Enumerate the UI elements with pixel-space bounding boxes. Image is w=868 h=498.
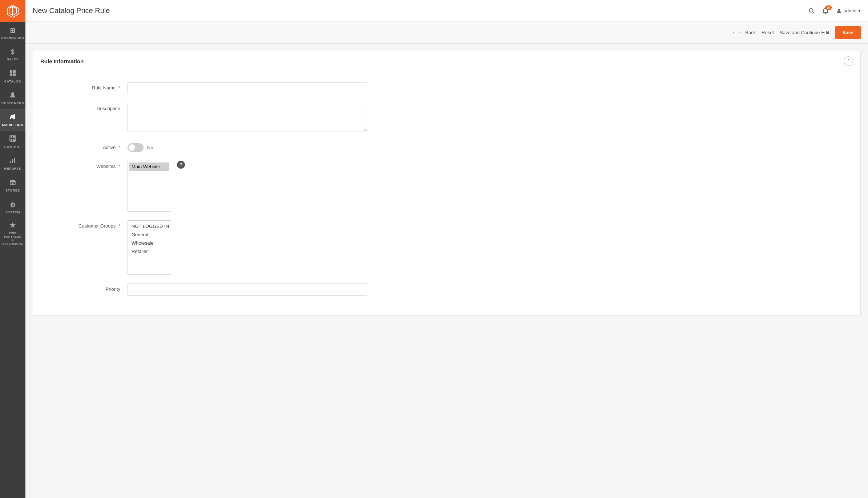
rule-name-input[interactable]: [128, 82, 367, 94]
page-title: New Catalog Price Rule: [33, 7, 808, 15]
customer-groups-select[interactable]: NOT LOGGED IN General Wholesale Retailer: [128, 220, 171, 275]
active-toggle[interactable]: [128, 143, 144, 152]
websites-row: Websites * Main Website ?: [48, 161, 846, 212]
svg-rect-5: [10, 117, 11, 119]
find-partners-icon: [9, 222, 16, 230]
section-toggle-button[interactable]: ⌃: [844, 56, 853, 66]
stores-icon: [9, 179, 16, 187]
priority-label: Priority: [48, 284, 128, 292]
description-row: Description: [48, 103, 846, 133]
logo[interactable]: [0, 0, 25, 22]
websites-option[interactable]: Main Website: [129, 162, 169, 171]
svg-rect-1: [13, 70, 16, 73]
save-button[interactable]: Save: [835, 26, 861, 39]
rule-name-row: Rule Name *: [48, 82, 846, 94]
notifications-button[interactable]: 38: [822, 8, 829, 14]
customer-group-option-retailer[interactable]: Retailer: [129, 247, 169, 256]
svg-rect-0: [10, 70, 12, 73]
sidebar-item-dashboard[interactable]: ⊞ DASHBOARD: [0, 22, 25, 44]
toggle-wrapper: No: [128, 142, 367, 152]
customer-group-option-wholesale[interactable]: Wholesale: [129, 239, 169, 247]
svg-rect-3: [13, 73, 16, 76]
reset-label: Reset: [762, 30, 774, 35]
svg-rect-7: [11, 136, 12, 138]
customer-groups-field: NOT LOGGED IN General Wholesale Retailer: [128, 220, 367, 275]
rule-name-label: Rule Name *: [48, 82, 128, 91]
header-actions: 38 admin ▾: [808, 8, 861, 14]
active-field: No: [128, 142, 367, 152]
required-indicator: *: [118, 85, 120, 91]
active-label: Active *: [48, 142, 128, 150]
sidebar-item-system[interactable]: ⚙ SYSTEM: [0, 196, 25, 218]
toggle-slider: [128, 143, 144, 152]
websites-wrapper: Main Website ?: [128, 161, 367, 212]
rule-name-field: [128, 82, 367, 94]
description-label: Description: [48, 103, 128, 111]
sidebar-item-label: MARKETING: [2, 123, 24, 127]
customer-group-option-general[interactable]: General: [129, 230, 169, 239]
form-body: Rule Name * Description: [33, 71, 860, 315]
svg-rect-13: [14, 158, 15, 163]
content-area: Rule Information ⌃ Rule Name *: [25, 44, 868, 498]
customer-groups-row: Customer Groups * NOT LOGGED IN General …: [48, 220, 846, 275]
reports-icon: [9, 157, 16, 165]
sidebar-item-customers[interactable]: CUSTOMERS: [0, 87, 25, 109]
sidebar-item-label: REPORTS: [4, 167, 21, 171]
customers-icon: [9, 92, 16, 100]
save-continue-button[interactable]: Save and Continue Edit: [780, 30, 829, 35]
websites-field: Main Website ?: [128, 161, 367, 212]
svg-line-17: [812, 12, 814, 13]
svg-point-4: [11, 92, 14, 95]
active-row: Active * No: [48, 142, 846, 152]
sidebar-item-stores[interactable]: STORES: [0, 174, 25, 196]
sidebar-item-find-partners[interactable]: FIND PARTNERS& EXTENSIONS: [0, 218, 25, 248]
admin-menu-button[interactable]: admin ▾: [836, 8, 861, 14]
sidebar-item-catalog[interactable]: CATALOG: [0, 65, 25, 87]
svg-rect-12: [12, 159, 13, 163]
save-continue-label: Save and Continue Edit: [780, 30, 829, 35]
sidebar-item-label: SYSTEM: [5, 210, 20, 214]
dashboard-icon: ⊞: [10, 27, 16, 35]
marketing-icon: [9, 113, 16, 122]
customer-groups-label: Customer Groups *: [48, 220, 128, 229]
svg-rect-10: [13, 139, 15, 141]
sidebar-item-sales[interactable]: $ SALES: [0, 44, 25, 65]
toggle-icon: ⌃: [847, 59, 850, 64]
sidebar-item-reports[interactable]: REPORTS: [0, 153, 25, 174]
svg-rect-2: [10, 73, 12, 76]
back-button[interactable]: ← ← Back: [732, 30, 756, 35]
sidebar: ⊞ DASHBOARD $ SALES CATALOG CUSTOMERS: [0, 0, 25, 498]
save-label: Save: [843, 30, 853, 35]
websites-select[interactable]: Main Website: [128, 161, 171, 212]
svg-rect-9: [11, 139, 12, 141]
sidebar-item-label: SALES: [7, 57, 19, 61]
svg-rect-8: [13, 136, 15, 138]
sidebar-item-label: CATALOG: [4, 80, 21, 84]
required-indicator: *: [118, 164, 120, 169]
sidebar-item-label: FIND PARTNERS& EXTENSIONS: [1, 232, 24, 245]
rule-information-section: Rule Information ⌃ Rule Name *: [33, 51, 861, 316]
svg-rect-11: [10, 161, 11, 163]
sidebar-item-label: CUSTOMERS: [1, 101, 24, 105]
content-icon: [9, 135, 16, 144]
sidebar-item-marketing[interactable]: MARKETING: [0, 109, 25, 131]
chevron-down-icon: ▾: [858, 8, 861, 13]
catalog-icon: [9, 70, 16, 78]
search-button[interactable]: [808, 8, 815, 14]
reset-button[interactable]: Reset: [762, 30, 774, 35]
priority-input[interactable]: [128, 284, 367, 296]
description-textarea[interactable]: [128, 103, 367, 132]
section-header: Rule Information ⌃: [33, 51, 860, 71]
sales-icon: $: [11, 48, 15, 56]
active-value-label: No: [147, 145, 153, 150]
svg-point-16: [809, 8, 813, 12]
action-bar: ← ← Back Reset Save and Continue Edit Sa…: [25, 22, 868, 44]
websites-label: Websites *: [48, 161, 128, 169]
websites-help-icon[interactable]: ?: [177, 161, 185, 169]
customer-group-option-not-logged-in[interactable]: NOT LOGGED IN: [129, 222, 169, 230]
sidebar-item-content[interactable]: CONTENT: [0, 131, 25, 153]
back-arrow-icon: ←: [732, 30, 737, 35]
section-title: Rule Information: [40, 58, 84, 64]
priority-row: Priority: [48, 284, 846, 296]
sidebar-item-label: CONTENT: [4, 145, 21, 149]
